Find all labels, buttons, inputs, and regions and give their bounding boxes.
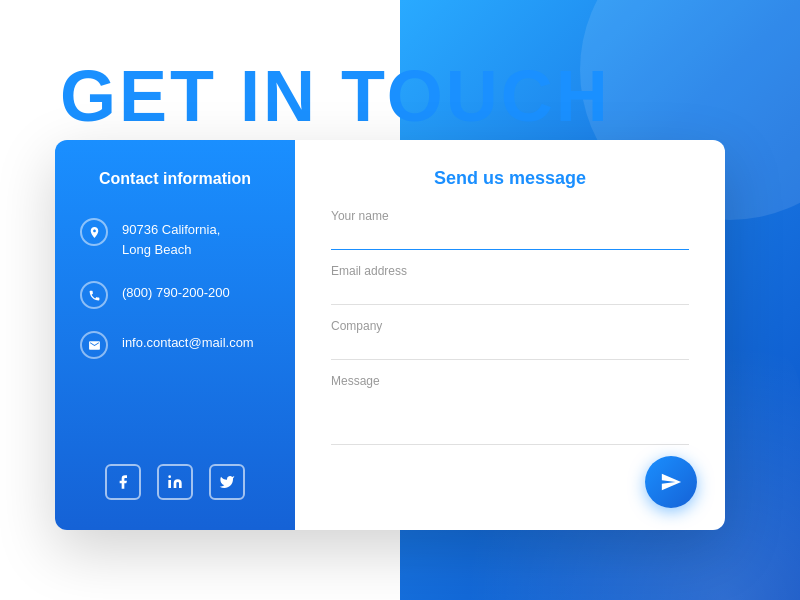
main-card: Contact information 90736 California,Lon… bbox=[55, 140, 725, 530]
email-field-group: Email address bbox=[331, 264, 689, 311]
form-fields: Your name Email address Company Message bbox=[331, 209, 689, 502]
company-input[interactable] bbox=[331, 335, 689, 360]
name-label: Your name bbox=[331, 209, 689, 223]
contact-panel-title: Contact information bbox=[80, 170, 270, 188]
company-field-group: Company bbox=[331, 319, 689, 366]
location-icon bbox=[80, 218, 108, 246]
svg-point-1 bbox=[168, 475, 171, 478]
message-label: Message bbox=[331, 374, 689, 388]
contact-info-list: 90736 California,Long Beach (800) 790-20… bbox=[80, 218, 270, 444]
contact-address-text: 90736 California,Long Beach bbox=[122, 218, 220, 259]
contact-phone-item: (800) 790-200-200 bbox=[80, 281, 270, 309]
email-label: Email address bbox=[331, 264, 689, 278]
twitter-icon[interactable] bbox=[209, 464, 245, 500]
name-input[interactable] bbox=[331, 225, 689, 250]
social-icons-group bbox=[80, 464, 270, 500]
form-panel: Send us message Your name Email address … bbox=[295, 140, 725, 530]
phone-icon bbox=[80, 281, 108, 309]
message-input[interactable] bbox=[331, 420, 689, 445]
message-field-group: Message bbox=[331, 374, 689, 494]
form-title: Send us message bbox=[331, 168, 689, 189]
facebook-icon[interactable] bbox=[105, 464, 141, 500]
contact-email-text: info.contact@mail.com bbox=[122, 331, 254, 353]
name-field-group: Your name bbox=[331, 209, 689, 256]
contact-panel: Contact information 90736 California,Lon… bbox=[55, 140, 295, 530]
email-icon bbox=[80, 331, 108, 359]
contact-email-item: info.contact@mail.com bbox=[80, 331, 270, 359]
contact-address-item: 90736 California,Long Beach bbox=[80, 218, 270, 259]
company-label: Company bbox=[331, 319, 689, 333]
contact-phone-text: (800) 790-200-200 bbox=[122, 281, 230, 303]
linkedin-icon[interactable] bbox=[157, 464, 193, 500]
submit-button[interactable] bbox=[645, 456, 697, 508]
email-input[interactable] bbox=[331, 280, 689, 305]
svg-rect-0 bbox=[168, 480, 171, 488]
